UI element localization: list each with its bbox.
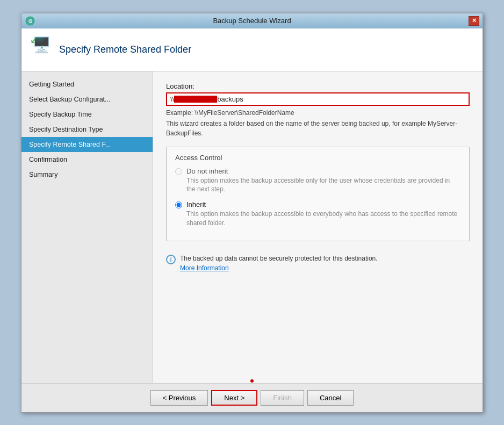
info-text: The backed up data cannot be securely pr… xyxy=(180,255,378,262)
main-content: Location: \\ backups Example: \\MyFileSe… xyxy=(153,71,483,383)
previous-button[interactable]: < Previous xyxy=(150,390,208,406)
content-area: Getting Started Select Backup Configurat… xyxy=(21,71,483,383)
location-label: Location: xyxy=(166,82,470,90)
example-text: Example: \\MyFileServer\SharedFolderName xyxy=(166,109,470,117)
info-box: i The backed up data cannot be securely … xyxy=(166,251,470,275)
description-text: This wizard creates a folder based on th… xyxy=(166,119,470,138)
sidebar-item-select-backup[interactable]: Select Backup Configurat... xyxy=(21,92,153,107)
radio-inherit-desc: This option makes the backup accessible … xyxy=(186,210,460,228)
sidebar-item-backup-time[interactable]: Specify Backup Time xyxy=(21,107,153,122)
page-title: Specify Remote Shared Folder xyxy=(59,44,191,55)
sidebar: Getting Started Select Backup Configurat… xyxy=(21,71,153,383)
cancel-button[interactable]: Cancel xyxy=(307,390,354,406)
sidebar-item-destination-type[interactable]: Specify Destination Type xyxy=(21,122,153,137)
close-button[interactable]: ✕ xyxy=(469,16,479,26)
radio-inherit-label: Inherit xyxy=(186,200,460,208)
radio-do-not-inherit-desc: This option makes the backup accessible … xyxy=(186,176,460,195)
next-button[interactable]: Next > xyxy=(211,390,257,406)
radio-inherit[interactable] xyxy=(175,201,182,208)
radio-option-inherit[interactable]: Inherit This option makes the backup acc… xyxy=(175,200,460,228)
footer-area: < Previous Next > Finish Cancel xyxy=(21,383,483,412)
window-title: Backup Schedule Wizard xyxy=(35,17,469,25)
location-prefix: \\ xyxy=(170,95,174,103)
wizard-icon: ↙ 🖥️ xyxy=(32,36,59,63)
info-icon: i xyxy=(166,255,176,264)
header-area: ↙ 🖥️ Specify Remote Shared Folder xyxy=(21,28,483,71)
access-control-legend: Access Control xyxy=(175,154,460,162)
arrow-icon: ↙ xyxy=(30,34,38,46)
footer-dot xyxy=(250,379,254,383)
app-icon: ⚙ xyxy=(25,16,35,26)
radio-do-not-inherit[interactable] xyxy=(175,168,182,175)
redacted-text xyxy=(174,96,217,103)
more-info-link[interactable]: More Information xyxy=(180,264,378,272)
title-bar: ⚙ Backup Schedule Wizard ✕ xyxy=(21,13,483,28)
wizard-window: ⚙ Backup Schedule Wizard ✕ ↙ 🖥️ Specify … xyxy=(21,13,483,413)
sidebar-item-confirmation[interactable]: Confirmation xyxy=(21,152,153,167)
svg-text:⚙: ⚙ xyxy=(28,18,33,24)
radio-do-not-inherit-label: Do not inherit xyxy=(186,167,460,175)
access-control-group: Access Control Do not inherit This optio… xyxy=(166,147,470,241)
location-input-container[interactable]: \\ backups xyxy=(166,92,470,106)
sidebar-item-remote-folder[interactable]: Specify Remote Shared F... xyxy=(21,137,153,152)
footer-buttons: < Previous Next > Finish Cancel xyxy=(150,390,354,406)
radio-option-do-not-inherit[interactable]: Do not inherit This option makes the bac… xyxy=(175,167,460,195)
sidebar-item-summary[interactable]: Summary xyxy=(21,167,153,182)
sidebar-item-getting-started[interactable]: Getting Started xyxy=(21,77,153,92)
location-suffix: backups xyxy=(217,95,243,103)
finish-button[interactable]: Finish xyxy=(261,390,304,406)
